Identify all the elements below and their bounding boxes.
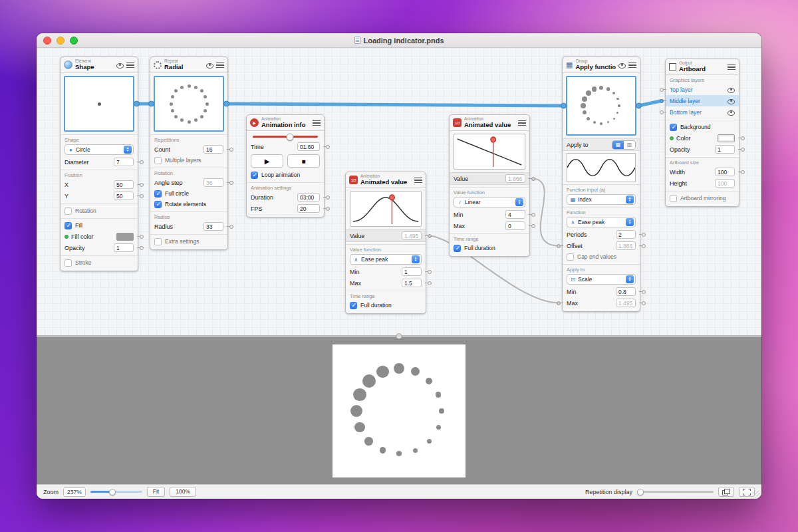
- count-input[interactable]: 16: [203, 145, 223, 154]
- node-radial[interactable]: Repeat Radial Repetitions Count 16: [150, 57, 228, 250]
- node-menu-icon[interactable]: [414, 178, 422, 183]
- node-animated-value-a-header[interactable]: 123 Animation Animated value: [346, 172, 426, 188]
- height-input[interactable]: 100: [715, 179, 735, 188]
- apply-to-dropdown[interactable]: ⊡ Scale ▲▼: [567, 274, 636, 285]
- port-icon[interactable]: [140, 235, 144, 239]
- port-icon[interactable]: [140, 246, 144, 250]
- node-menu-icon[interactable]: [628, 63, 636, 68]
- node-apply-function-header[interactable]: ▦ Group Apply function: [563, 57, 640, 73]
- port-icon[interactable]: [741, 170, 745, 174]
- node-shape-header[interactable]: Element Shape: [61, 57, 138, 73]
- radius-input[interactable]: 33: [203, 222, 223, 231]
- layer-input-port[interactable]: [660, 110, 664, 114]
- stop-button[interactable]: ■: [287, 154, 320, 168]
- node-animated-value-a[interactable]: 123 Animation Animated value Value 1.495: [345, 172, 426, 314]
- node-apply-function[interactable]: ▦ Group Apply function Apply to ▦ ▥: [562, 57, 640, 312]
- port-icon[interactable]: [531, 224, 535, 228]
- periods-input[interactable]: 2: [616, 230, 636, 239]
- minimize-button[interactable]: [57, 37, 65, 45]
- output-port[interactable]: [636, 103, 642, 109]
- extra-settings-checkbox[interactable]: [154, 238, 162, 245]
- value-port[interactable]: [531, 177, 535, 181]
- zoom-value[interactable]: 237%: [63, 487, 86, 497]
- value-function-dropdown[interactable]: ∧ Ease peak ▲▼: [350, 254, 422, 265]
- scrubber-knob[interactable]: [286, 133, 293, 140]
- close-button[interactable]: [43, 37, 51, 45]
- artboard-mirroring-checkbox[interactable]: [670, 195, 677, 202]
- port-icon[interactable]: [229, 225, 233, 229]
- function-input-dropdown[interactable]: ▦ Index ▲▼: [567, 194, 636, 205]
- time-scrubber[interactable]: [253, 136, 318, 138]
- port-icon[interactable]: [428, 281, 432, 285]
- port-icon[interactable]: [229, 181, 233, 185]
- node-artboard[interactable]: Output Artboard Graphics layers Top laye…: [665, 59, 739, 207]
- value-port[interactable]: [428, 234, 432, 238]
- node-animation-info-header[interactable]: ▶ Animation Animation info: [247, 115, 324, 131]
- layer-eye-icon[interactable]: [728, 109, 735, 116]
- fill-color-swatch[interactable]: [116, 233, 134, 241]
- node-animation-info[interactable]: ▶ Animation Animation info Time 01:60 ▶ …: [246, 114, 325, 217]
- node-menu-icon[interactable]: [126, 63, 134, 68]
- time-input[interactable]: 01:60: [297, 142, 320, 151]
- grid-mode-icon[interactable]: ▦: [612, 141, 624, 149]
- angle-step-input[interactable]: 36: [203, 178, 223, 187]
- opacity-input[interactable]: 1: [715, 145, 735, 154]
- visibility-eye-icon[interactable]: [618, 62, 626, 68]
- visibility-eye-icon[interactable]: [206, 62, 213, 68]
- zoom-slider[interactable]: [90, 491, 142, 493]
- min-input[interactable]: 4: [505, 210, 525, 219]
- port-icon[interactable]: [642, 233, 646, 237]
- node-animated-value-b-header[interactable]: 123 Animation Animated value: [450, 115, 529, 131]
- max-input[interactable]: 0: [505, 221, 525, 230]
- node-radial-header[interactable]: Repeat Radial: [150, 57, 227, 73]
- output-port[interactable]: [134, 101, 140, 107]
- node-artboard-header[interactable]: Output Artboard: [666, 59, 739, 75]
- node-menu-icon[interactable]: [313, 120, 321, 126]
- port-icon[interactable]: [140, 160, 144, 164]
- value-function-dropdown[interactable]: / Linear ▲▼: [454, 197, 525, 207]
- min-input[interactable]: 0.8: [616, 287, 636, 296]
- layer-eye-icon[interactable]: [728, 98, 735, 104]
- offset-input[interactable]: 1.866: [616, 241, 636, 250]
- port-icon[interactable]: [326, 145, 330, 149]
- repetition-slider-knob[interactable]: [637, 489, 644, 495]
- max-input[interactable]: 1.495: [616, 299, 636, 307]
- function-dropdown[interactable]: ∧ Ease peak ▲▼: [567, 217, 636, 227]
- port-icon[interactable]: [642, 244, 646, 248]
- full-circle-checkbox[interactable]: [154, 190, 162, 198]
- port-icon[interactable]: [326, 207, 330, 211]
- multiple-layers-checkbox[interactable]: [154, 157, 162, 164]
- visibility-eye-icon[interactable]: [116, 62, 124, 68]
- max-input-port[interactable]: [557, 301, 561, 305]
- port-icon[interactable]: [140, 194, 144, 198]
- x-input[interactable]: 50: [114, 180, 134, 189]
- node-animated-value-b[interactable]: 123 Animation Animated value Value 1.866: [449, 114, 530, 257]
- offset-input-port[interactable]: [557, 244, 561, 248]
- max-input[interactable]: 1.5: [402, 279, 422, 287]
- node-shape[interactable]: Element Shape Shape ● Circle ▲▼ Diameter: [60, 57, 138, 271]
- port-icon[interactable]: [531, 213, 535, 217]
- port-icon[interactable]: [326, 196, 330, 200]
- port-icon[interactable]: [428, 270, 432, 274]
- rotate-elements-checkbox[interactable]: [154, 201, 162, 208]
- layer-row-middle[interactable]: Middle layer: [666, 95, 739, 106]
- layer-input-port[interactable]: [660, 88, 664, 92]
- port-icon[interactable]: [642, 301, 646, 305]
- layer-row-bottom[interactable]: Bottom layer: [666, 106, 739, 118]
- display-mode-button[interactable]: [718, 487, 734, 497]
- titlebar[interactable]: Loading indicator.pnds: [37, 33, 761, 48]
- full-duration-checkbox[interactable]: [350, 302, 357, 309]
- layer-eye-icon[interactable]: [728, 86, 735, 93]
- zoom-slider-knob[interactable]: [109, 489, 116, 495]
- apply-mode-segmented-control[interactable]: ▦ ▥: [612, 140, 636, 150]
- port-icon[interactable]: [140, 183, 144, 187]
- list-mode-icon[interactable]: ▥: [624, 141, 635, 149]
- input-port[interactable]: [561, 103, 567, 109]
- input-port[interactable]: [148, 101, 154, 107]
- width-input[interactable]: 100: [715, 168, 735, 176]
- stroke-checkbox[interactable]: [65, 259, 72, 267]
- node-menu-icon[interactable]: [728, 65, 735, 70]
- color-port-icon[interactable]: [670, 136, 674, 140]
- color-port-icon[interactable]: [65, 235, 68, 239]
- opacity-input[interactable]: 1: [114, 243, 134, 252]
